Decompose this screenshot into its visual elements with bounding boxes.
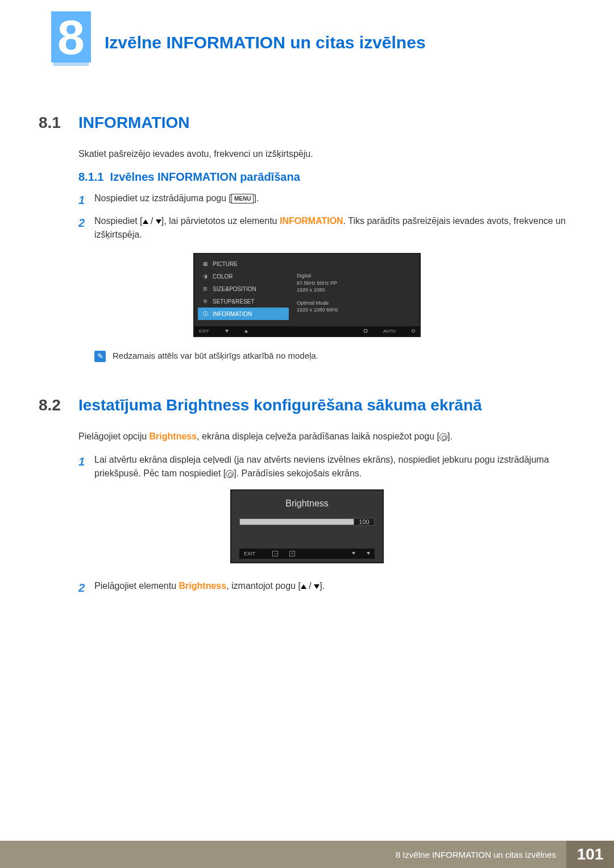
footer-text: 8 Izvēlne INFORMATION un citas izvēlnes [0, 841, 566, 868]
osd-footer: EXIT AUTO [194, 326, 420, 336]
osd-item-label: COLOR [213, 273, 233, 280]
text-fragment: ]. [254, 193, 259, 203]
brightness-popup-figure: Brightness 100 EXIT − + [230, 489, 384, 563]
osd-item-color: ◑COLOR [198, 270, 289, 283]
subsection-number: 8.1.1 [78, 171, 103, 183]
text-fragment: , izmantojot pogu [ [226, 581, 301, 591]
brightness-title: Brightness [239, 499, 375, 509]
osd-menu-figure: ▦PICTURE ◑COLOR ⊞SIZE&POSITION ⚙SETUP&RE… [193, 253, 421, 337]
note-row: ✎ Redzamais attēls var būt atšķirīgs atk… [94, 351, 575, 362]
osd-item-picture: ▦PICTURE [198, 258, 289, 270]
brightness-bar-fill [240, 519, 354, 525]
osd-item-size-position: ⊞SIZE&POSITION [198, 283, 289, 295]
info-line: 1920 x 1080 [297, 286, 413, 294]
up-arrow-icon [244, 330, 248, 333]
step-number: 2 [78, 579, 94, 596]
chapter-number: 8 [51, 11, 91, 63]
picture-icon: ▦ [201, 260, 209, 268]
color-icon: ◑ [201, 272, 209, 280]
up-arrow-icon [143, 219, 148, 224]
brightness-value: 100 [354, 518, 375, 526]
section-title: INFORMATION [78, 114, 189, 132]
section-heading-8-2: 8.2 Iestatījuma Brightness konfigurēšana… [39, 396, 575, 414]
section-title: Iestatījuma Brightness konfigurēšana sāk… [78, 396, 482, 414]
step-number: 1 [78, 453, 94, 480]
plus-icon: + [289, 551, 295, 556]
note-text: Redzamais attēls var būt atšķirīgs atkar… [113, 351, 318, 360]
note-icon: ✎ [94, 351, 106, 362]
step-1: 1 Lai atvērtu ekrāna displeja ceļvedi (j… [78, 453, 575, 480]
section-number: 8.2 [39, 396, 78, 414]
info-icon: ⓘ [201, 310, 209, 318]
step-text: Lai atvērtu ekrāna displeja ceļvedi (ja … [94, 453, 575, 480]
section-8-1-intro: Skatiet pašreizējo ievades avotu, frekve… [78, 149, 575, 159]
osd-item-label: INFORMATION [213, 311, 252, 317]
info-line: 67.5kHz 60Hz PP [297, 280, 413, 287]
text-fragment: Pielāgojiet opciju [78, 431, 150, 441]
step-number: 1 [78, 192, 94, 209]
osd-item-label: SIZE&POSITION [213, 286, 256, 292]
subsection-heading-8-1-1: 8.1.1 Izvēlnes INFORMATION parādīšana [78, 171, 575, 184]
step-text: Nospiediet [ / ], lai pārvietotos uz ele… [94, 214, 575, 242]
exit-label: EXIT [244, 551, 255, 556]
down-arrow-icon [225, 330, 229, 333]
up-arrow-icon [301, 584, 306, 589]
osd-item-information: ⓘINFORMATION [198, 308, 289, 320]
osd-item-setup-reset: ⚙SETUP&RESET [198, 295, 289, 308]
step-1: 1 Nospiediet uz izstrādājuma pogu [MENU]… [78, 192, 575, 209]
osd-auto-label: AUTO [383, 329, 396, 334]
setup-icon: ⚙ [201, 297, 209, 305]
step-number: 2 [78, 214, 94, 242]
step-text: Pielāgojiet elementu Brightness, izmanto… [94, 579, 575, 596]
info-line: Optimal Mode [297, 300, 413, 307]
down-arrow-icon [156, 219, 161, 224]
step-text: Nospiediet uz izstrādājuma pogu [MENU]. [94, 192, 575, 209]
page-footer: 8 Izvēlne INFORMATION un citas izvēlnes … [0, 841, 614, 868]
step-list-8-1-1: 1 Nospiediet uz izstrādājuma pogu [MENU]… [78, 192, 575, 242]
chapter-header: 8 Izvēlne INFORMATION un citas izvēlnes [51, 11, 575, 63]
chapter-title: Izvēlne INFORMATION un citas izvēlnes [91, 11, 575, 63]
circle-button-icon [439, 433, 447, 441]
menu-button-icon: MENU [231, 194, 254, 203]
enter-icon [364, 329, 367, 333]
highlight-brightness: Brightness [150, 431, 197, 441]
brightness-bar: 100 [239, 518, 375, 526]
step-2: 2 Pielāgojiet elementu Brightness, izman… [78, 579, 575, 596]
info-line: 1920 x 1080 60Hz [297, 306, 413, 314]
text-fragment: Nospiediet uz izstrādājuma pogu [ [94, 193, 231, 203]
circle-button-icon [226, 470, 234, 478]
section-number: 8.1 [39, 114, 78, 132]
section-8-2-intro: Pielāgojiet opciju Brightness, ekrāna di… [78, 431, 575, 442]
highlight-brightness: Brightness [179, 581, 227, 591]
minus-icon: − [272, 551, 278, 556]
osd-exit-label: EXIT [199, 329, 209, 334]
text-fragment: Pielāgojiet elementu [94, 581, 179, 591]
osd-item-label: SETUP&RESET [213, 298, 254, 305]
text-fragment: ]. Parādīsies sekojošais ekrāns. [234, 468, 362, 478]
down-arrow-icon [352, 552, 355, 555]
osd-info-panel: Digital 67.5kHz 60Hz PP 1920 x 1080 Opti… [293, 258, 416, 323]
text-fragment: Nospiediet [ [94, 216, 143, 226]
size-icon: ⊞ [201, 285, 209, 293]
step-list-8-2: 1 Lai atvērtu ekrāna displeja ceļvedi (j… [78, 453, 575, 480]
step-list-8-2-b: 2 Pielāgojiet elementu Brightness, izman… [78, 579, 575, 596]
brightness-footer: EXIT − + [239, 549, 375, 559]
text-fragment: ]. [320, 581, 325, 591]
power-icon [412, 329, 415, 333]
step-2: 2 Nospiediet [ / ], lai pārvietotos uz e… [78, 214, 575, 242]
highlight-information: INFORMATION [280, 216, 343, 226]
subsection-title: Izvēlnes INFORMATION parādīšana [110, 171, 300, 183]
info-line: Digital [297, 272, 413, 280]
text-fragment: ], lai pārvietotos uz elementu [161, 216, 280, 226]
page-number: 101 [566, 841, 614, 868]
text-fragment: , ekrāna displeja ceļveža parādīšanas la… [197, 431, 439, 441]
osd-item-label: PICTURE [213, 261, 238, 267]
text-fragment: ]. [447, 431, 453, 441]
down-arrow-icon [314, 584, 320, 589]
section-heading-8-1: 8.1 INFORMATION [39, 114, 575, 132]
down-arrow-icon [367, 552, 370, 555]
